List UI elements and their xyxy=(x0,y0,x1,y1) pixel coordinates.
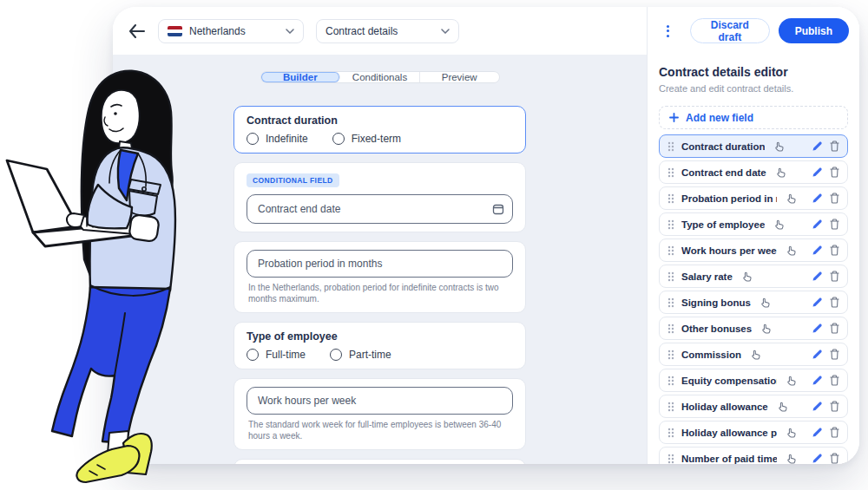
option-full-time: Full-time xyxy=(247,349,306,361)
sidebar-field-row[interactable]: Commission xyxy=(659,343,848,366)
edit-field-button[interactable] xyxy=(812,453,823,464)
tab-builder[interactable]: Builder xyxy=(261,72,341,82)
drag-handle-icon[interactable] xyxy=(667,428,674,438)
delete-field-button[interactable] xyxy=(830,401,839,412)
sidebar-field-row[interactable]: Number of paid time off days xyxy=(659,447,848,464)
probation-period-input[interactable] xyxy=(247,250,513,278)
delete-field-button[interactable] xyxy=(830,375,839,386)
contract-end-date-input[interactable] xyxy=(247,194,513,224)
radio-label: Part-time xyxy=(349,349,391,361)
edit-field-button[interactable] xyxy=(812,245,823,256)
card-probation-period[interactable]: In the Netherlands, probation period for… xyxy=(233,241,526,313)
edit-field-button[interactable] xyxy=(812,427,823,438)
arrow-left-icon xyxy=(128,24,145,38)
contract-details-editor: Contract details editor Create and edit … xyxy=(648,55,859,464)
sidebar-field-row[interactable]: Work hours per week xyxy=(659,238,848,262)
sidebar-field-row[interactable]: Probation period in months xyxy=(659,186,848,210)
drag-handle-icon[interactable] xyxy=(667,402,674,412)
sidebar-field-list: Contract duration xyxy=(659,134,848,464)
sidebar-field-row[interactable]: Type of employee xyxy=(659,212,848,236)
panel-header: Discard draft Publish xyxy=(648,7,859,55)
trash-icon xyxy=(830,375,839,386)
hand-cursor-icon xyxy=(760,297,772,309)
edit-field-button[interactable] xyxy=(812,323,823,334)
radio-label: Full-time xyxy=(266,349,306,361)
hand-cursor-icon xyxy=(777,401,789,413)
drag-handle-icon[interactable] xyxy=(667,141,674,152)
more-options-button[interactable] xyxy=(663,22,673,41)
radio-full-time[interactable] xyxy=(247,349,259,361)
pencil-icon xyxy=(812,245,823,256)
card-title: Type of employee xyxy=(247,330,513,343)
sidebar-field-row[interactable]: Holiday allowance payment fre... xyxy=(659,421,848,444)
drag-handle-icon[interactable] xyxy=(667,376,674,386)
country-select[interactable]: Netherlands xyxy=(158,19,304,43)
delete-field-button[interactable] xyxy=(830,219,839,230)
sidebar-field-row[interactable]: Holiday allowance xyxy=(659,395,848,418)
drag-handle-icon[interactable] xyxy=(667,245,674,256)
radio-indefinite[interactable] xyxy=(247,133,259,145)
drag-handle-icon[interactable] xyxy=(667,323,674,334)
field-label: Type of employee xyxy=(681,219,765,230)
delete-field-button[interactable] xyxy=(830,167,839,178)
tab-preview[interactable]: Preview xyxy=(420,72,499,82)
edit-field-button[interactable] xyxy=(812,140,823,152)
radio-part-time[interactable] xyxy=(330,349,342,361)
drag-handle-icon[interactable] xyxy=(667,271,674,282)
delete-field-button[interactable] xyxy=(830,245,839,256)
edit-field-button[interactable] xyxy=(812,167,823,178)
drag-handle-icon[interactable] xyxy=(667,219,674,230)
header: Netherlands Contract details xyxy=(113,7,647,55)
builder-canvas: Builder Conditionals Preview Contract du… xyxy=(113,55,647,464)
delete-field-button[interactable] xyxy=(830,349,839,360)
field-label: Signing bonus xyxy=(681,297,751,308)
delete-field-button[interactable] xyxy=(830,271,839,282)
delete-field-button[interactable] xyxy=(830,297,839,308)
field-label: Number of paid time off days xyxy=(681,454,777,464)
edit-field-button[interactable] xyxy=(812,401,823,412)
sidebar-field-row[interactable]: Signing bonus xyxy=(659,291,848,314)
edit-field-button[interactable] xyxy=(812,297,823,308)
delete-field-button[interactable] xyxy=(830,140,839,152)
tab-conditionals[interactable]: Conditionals xyxy=(340,72,420,82)
edit-field-button[interactable] xyxy=(812,349,823,360)
drag-handle-icon[interactable] xyxy=(667,167,674,178)
right-panel: Discard draft Publish Contract details e… xyxy=(647,7,859,464)
pencil-icon xyxy=(812,375,823,386)
sidebar-field-row[interactable]: Contract end date xyxy=(659,160,848,184)
delete-field-button[interactable] xyxy=(830,427,839,438)
discard-draft-button[interactable]: Discard draft xyxy=(690,18,770,43)
field-label: Holiday allowance xyxy=(681,402,768,412)
sidebar-field-row[interactable]: Other bonuses xyxy=(659,317,848,340)
card-type-of-employee[interactable]: Type of employee Full-time Part-time xyxy=(233,322,526,369)
hand-cursor-icon xyxy=(786,453,798,465)
edit-field-button[interactable] xyxy=(812,271,823,282)
drag-handle-icon[interactable] xyxy=(667,454,674,464)
drag-handle-icon[interactable] xyxy=(667,297,674,308)
template-select[interactable]: Contract details xyxy=(316,19,459,43)
add-new-field-button[interactable]: Add new field xyxy=(659,106,848,129)
card-contract-end-date[interactable]: CONDITIONAL FIELD xyxy=(233,162,526,232)
pencil-icon xyxy=(812,140,823,152)
drag-handle-icon[interactable] xyxy=(667,350,674,360)
delete-field-button[interactable] xyxy=(830,323,839,334)
card-salary-rate[interactable]: Salary rate xyxy=(233,459,526,464)
sidebar-field-row[interactable]: Salary rate xyxy=(659,265,848,288)
card-work-hours[interactable]: The standard work week for full-time emp… xyxy=(233,378,526,450)
card-contract-duration[interactable]: Contract duration Indefinite Fixed-term xyxy=(233,106,526,154)
pencil-icon xyxy=(812,271,823,282)
work-hours-input[interactable] xyxy=(247,387,513,415)
sidebar-field-row[interactable]: Equity compensation xyxy=(659,369,848,392)
drag-handle-icon[interactable] xyxy=(667,193,674,204)
delete-field-button[interactable] xyxy=(830,193,839,204)
delete-field-button[interactable] xyxy=(830,453,839,464)
publish-button[interactable]: Publish xyxy=(779,18,849,43)
sidebar-field-row[interactable]: Contract duration xyxy=(659,134,848,158)
edit-field-button[interactable] xyxy=(812,375,823,386)
back-button[interactable] xyxy=(127,22,146,41)
pencil-icon xyxy=(812,349,823,360)
trash-icon xyxy=(830,167,839,178)
edit-field-button[interactable] xyxy=(812,193,823,204)
edit-field-button[interactable] xyxy=(812,219,823,230)
radio-fixed-term[interactable] xyxy=(332,133,345,145)
